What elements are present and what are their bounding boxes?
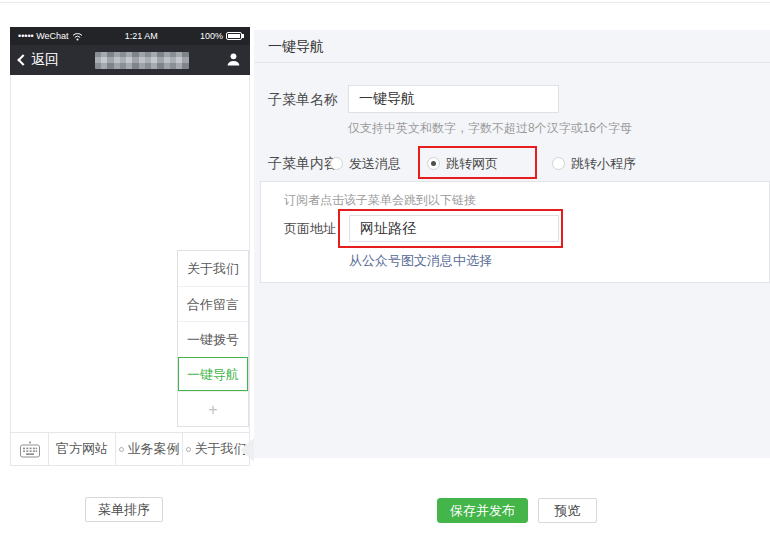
- carrier-label: ••••• WeChat: [18, 31, 69, 41]
- keyboard-toggle[interactable]: [11, 433, 49, 465]
- menu-tab-label: 业务案例: [128, 440, 180, 458]
- radio-circle-icon: [330, 157, 343, 170]
- submenu-edit-panel: 一键导航 子菜单名称 仅支持中英文和数字，字数不超过8个汉字或16个字母 子菜单…: [254, 30, 770, 458]
- submenu-name-input[interactable]: [348, 85, 559, 113]
- back-button[interactable]: 返回: [19, 51, 59, 69]
- submenu-dot-icon: [186, 447, 191, 452]
- radio-circle-icon: [552, 157, 565, 170]
- phone-status-bar: ••••• WeChat 1:21 AM 100%: [10, 27, 250, 45]
- add-submenu-button[interactable]: +: [178, 391, 248, 426]
- top-divider: [0, 2, 770, 3]
- menu-tab-label: 关于我们: [195, 440, 247, 458]
- wifi-icon: [72, 32, 83, 41]
- menu-sort-button[interactable]: 菜单排序: [85, 497, 163, 522]
- profile-icon[interactable]: [226, 52, 241, 67]
- subscriber-tip: 订阅者点击该子菜单会跳到以下链接: [284, 192, 476, 209]
- battery-icon: [226, 32, 242, 40]
- radio-label: 跳转小程序: [571, 155, 636, 173]
- radio-label: 发送消息: [349, 155, 401, 173]
- page-address-label: 页面地址: [284, 215, 336, 242]
- radio-jump-webpage[interactable]: 跳转网页: [427, 147, 498, 180]
- back-chevron-icon: [17, 54, 28, 65]
- submenu-name-hint: 仅支持中英文和数字，字数不超过8个汉字或16个字母: [348, 120, 632, 137]
- submenu-item-cooperation[interactable]: 合作留言: [178, 286, 248, 321]
- page-address-input[interactable]: [349, 215, 559, 242]
- phone-nav-bar: 返回: [10, 45, 250, 75]
- battery-percent: 100%: [200, 31, 223, 41]
- menu-tab-label: 官方网站: [56, 440, 108, 458]
- wechat-menu-editor: ••••• WeChat 1:21 AM 100% 返回: [0, 0, 770, 550]
- submenu-popup: 关于我们 合作留言 一键拨号 一键导航 +: [177, 250, 249, 427]
- menu-tab-official-site[interactable]: 官方网站: [49, 433, 116, 465]
- clock-label: 1:21 AM: [125, 31, 158, 41]
- menu-preview-bar: 官方网站 业务案例 关于我们: [10, 432, 250, 466]
- radio-jump-miniprogram[interactable]: 跳转小程序: [552, 147, 636, 180]
- submenu-item-about-us[interactable]: 关于我们: [178, 251, 248, 286]
- page-address-box: 订阅者点击该子菜单会跳到以下链接 页面地址 从公众号图文消息中选择: [260, 181, 770, 283]
- submenu-dot-icon: [119, 447, 124, 452]
- choose-from-articles-link[interactable]: 从公众号图文消息中选择: [349, 252, 492, 270]
- submenu-item-one-key-navigation[interactable]: 一键导航: [178, 356, 248, 391]
- preview-button[interactable]: 预览: [538, 498, 597, 523]
- save-and-publish-button[interactable]: 保存并发布: [437, 498, 528, 523]
- panel-title: 一键导航: [254, 30, 770, 63]
- menu-tab-business-cases[interactable]: 业务案例: [116, 433, 183, 465]
- panel-callout-arrow: [240, 438, 254, 462]
- keyboard-icon: [19, 441, 41, 458]
- radio-send-message[interactable]: 发送消息: [330, 147, 401, 180]
- back-label: 返回: [31, 51, 59, 69]
- radio-label: 跳转网页: [446, 155, 498, 173]
- submenu-content-label: 子菜单内容: [268, 147, 338, 180]
- account-title-blurred: [95, 52, 189, 69]
- radio-circle-icon: [427, 157, 440, 170]
- submenu-name-label: 子菜单名称: [268, 85, 338, 113]
- submenu-item-one-key-dial[interactable]: 一键拨号: [178, 321, 248, 356]
